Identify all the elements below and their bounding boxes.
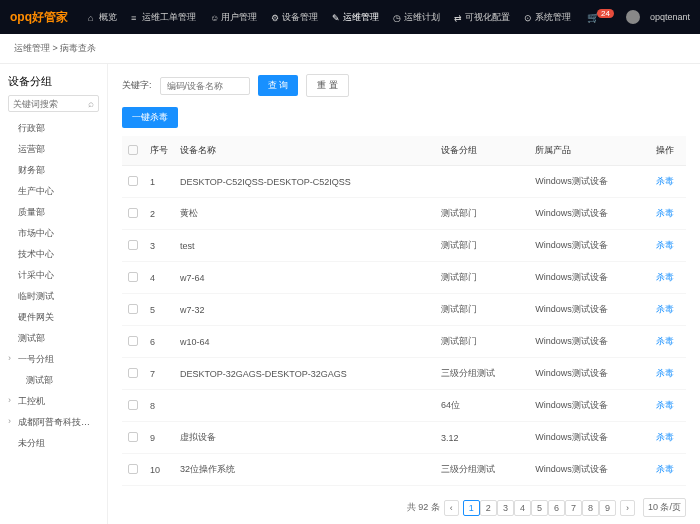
virus-scan-button[interactable]: 一键杀毒: [122, 107, 178, 128]
sidebar-item[interactable]: 生产中心: [8, 181, 99, 202]
keyword-input[interactable]: [160, 77, 250, 95]
cart-icon[interactable]: 🛒24: [587, 12, 616, 23]
row-checkbox[interactable]: [128, 208, 138, 218]
search-button[interactable]: 查 询: [258, 75, 299, 96]
cell-no: 6: [144, 326, 174, 358]
page-size-select[interactable]: 10 条/页: [643, 498, 686, 517]
sidebar-item[interactable]: 运营部: [8, 139, 99, 160]
username: opqtenant: [650, 12, 690, 22]
sidebar-item[interactable]: 工控机: [8, 391, 99, 412]
cell-name: w7-32: [174, 294, 435, 326]
row-checkbox[interactable]: [128, 272, 138, 282]
table-header: 所属产品: [529, 136, 650, 166]
row-checkbox[interactable]: [128, 368, 138, 378]
search-icon[interactable]: ⌕: [88, 98, 94, 109]
action-scan[interactable]: 杀毒: [656, 176, 674, 186]
nav-item[interactable]: ◷运维计划: [393, 11, 440, 24]
pagination: 共 92 条 ‹ 123456789 › 10 条/页: [122, 498, 686, 517]
page-number[interactable]: 5: [531, 500, 548, 516]
action-scan[interactable]: 杀毒: [656, 208, 674, 218]
sidebar-item[interactable]: 一号分组: [8, 349, 99, 370]
sidebar-item[interactable]: 临时测试: [8, 286, 99, 307]
prev-page[interactable]: ‹: [444, 500, 459, 516]
cell-product: Windows测试设备: [529, 166, 650, 198]
sidebar-item[interactable]: 硬件网关: [8, 307, 99, 328]
page-number[interactable]: 4: [514, 500, 531, 516]
sidebar-search[interactable]: ⌕: [8, 95, 99, 112]
nav-icon: ◷: [393, 13, 401, 21]
sidebar-item[interactable]: 财务部: [8, 160, 99, 181]
row-checkbox[interactable]: [128, 304, 138, 314]
action-scan[interactable]: 杀毒: [656, 336, 674, 346]
action-scan[interactable]: 杀毒: [656, 432, 674, 442]
cell-product: Windows测试设备: [529, 454, 650, 486]
table-header: 序号: [144, 136, 174, 166]
sidebar-item[interactable]: 成都阿普奇科技股份有限公司: [8, 412, 99, 433]
next-page[interactable]: ›: [620, 500, 635, 516]
action-scan[interactable]: 杀毒: [656, 272, 674, 282]
sidebar-item[interactable]: 行政部: [8, 118, 99, 139]
nav-item[interactable]: ☺用户管理: [210, 11, 257, 24]
select-all-checkbox[interactable]: [128, 145, 138, 155]
page-number[interactable]: 1: [463, 500, 480, 516]
action-scan[interactable]: 杀毒: [656, 400, 674, 410]
sidebar-item[interactable]: 计采中心: [8, 265, 99, 286]
table-row: 864位Windows测试设备杀毒: [122, 390, 686, 422]
sidebar-search-input[interactable]: [13, 99, 88, 109]
nav-label: 可视化配置: [465, 11, 510, 24]
page-number[interactable]: 2: [480, 500, 497, 516]
page-number[interactable]: 7: [565, 500, 582, 516]
cell-group: 测试部门: [435, 198, 529, 230]
page-number[interactable]: 9: [599, 500, 616, 516]
total-count: 共 92 条: [407, 501, 440, 514]
row-checkbox[interactable]: [128, 176, 138, 186]
nav-item[interactable]: ⊙系统管理: [524, 11, 571, 24]
sidebar-item[interactable]: 技术中心: [8, 244, 99, 265]
page-number[interactable]: 3: [497, 500, 514, 516]
row-checkbox[interactable]: [128, 400, 138, 410]
nav-item[interactable]: ⚙设备管理: [271, 11, 318, 24]
nav-label: 运维计划: [404, 11, 440, 24]
row-checkbox[interactable]: [128, 336, 138, 346]
cell-name: 虚拟设备: [174, 422, 435, 454]
cell-product: Windows测试设备: [529, 230, 650, 262]
sidebar-item[interactable]: 未分组: [8, 433, 99, 454]
cell-group: 测试部门: [435, 294, 529, 326]
page-number[interactable]: 6: [548, 500, 565, 516]
action-scan[interactable]: 杀毒: [656, 368, 674, 378]
nav-item[interactable]: ⌂概览: [88, 11, 117, 24]
sidebar-item[interactable]: 测试部: [8, 328, 99, 349]
filter-label: 关键字:: [122, 79, 152, 92]
action-scan[interactable]: 杀毒: [656, 304, 674, 314]
row-checkbox[interactable]: [128, 432, 138, 442]
nav-label: 运维工单管理: [142, 11, 196, 24]
action-scan[interactable]: 杀毒: [656, 464, 674, 474]
sidebar-item[interactable]: 测试部: [8, 370, 99, 391]
nav-icon: ⊙: [524, 13, 532, 21]
avatar[interactable]: [626, 10, 640, 24]
row-checkbox[interactable]: [128, 240, 138, 250]
table-row: 9虚拟设备3.12Windows测试设备杀毒: [122, 422, 686, 454]
sidebar-tree: 行政部运营部财务部生产中心质量部市场中心技术中心计采中心临时测试硬件网关测试部一…: [8, 118, 99, 454]
cell-group: 测试部门: [435, 230, 529, 262]
sidebar-item[interactable]: 市场中心: [8, 223, 99, 244]
nav-item[interactable]: ✎运维管理: [332, 11, 379, 24]
row-checkbox[interactable]: [128, 464, 138, 474]
sidebar-item[interactable]: 质量部: [8, 202, 99, 223]
cell-group: 3.12: [435, 422, 529, 454]
action-scan[interactable]: 杀毒: [656, 240, 674, 250]
cell-product: Windows测试设备: [529, 262, 650, 294]
cell-no: 2: [144, 198, 174, 230]
top-nav: ⌂概览≡运维工单管理☺用户管理⚙设备管理✎运维管理◷运维计划⇄可视化配置⊙系统管…: [88, 11, 587, 24]
cell-no: 8: [144, 390, 174, 422]
nav-item[interactable]: ⇄可视化配置: [454, 11, 510, 24]
page-number[interactable]: 8: [582, 500, 599, 516]
cell-no: 7: [144, 358, 174, 390]
cell-name: 黄松: [174, 198, 435, 230]
nav-item[interactable]: ≡运维工单管理: [131, 11, 196, 24]
cell-product: Windows测试设备: [529, 358, 650, 390]
table-header: 设备名称: [174, 136, 435, 166]
cell-product: Windows测试设备: [529, 422, 650, 454]
reset-button[interactable]: 重 置: [306, 74, 349, 97]
cell-group: 三级分组测试: [435, 454, 529, 486]
